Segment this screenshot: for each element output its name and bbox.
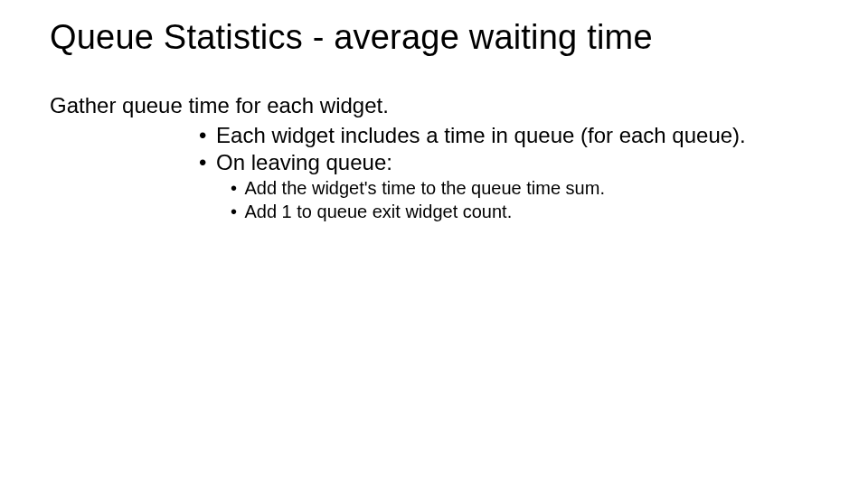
slide-title: Queue Statistics - average waiting time <box>50 18 818 57</box>
bullet-text: Add the widget's time to the queue time … <box>244 178 604 198</box>
bullet-text: On leaving queue: <box>216 150 392 174</box>
list-item: • Add the widget's time to the queue tim… <box>231 176 818 200</box>
bullet-icon: • <box>231 200 237 223</box>
bullet-text: Each widget includes a time in queue (fo… <box>216 123 746 147</box>
bullet-icon: • <box>199 149 206 176</box>
list-item: • Add 1 to queue exit widget count. <box>231 200 818 223</box>
bullet-icon: • <box>199 122 206 149</box>
intro-text: Gather queue time for each widget. <box>50 93 818 118</box>
bullet-text: Add 1 to queue exit widget count. <box>244 202 512 221</box>
bullet-icon: • <box>231 176 237 200</box>
list-item: • Each widget includes a time in queue (… <box>199 122 818 149</box>
list-item: • On leaving queue: <box>199 149 818 176</box>
